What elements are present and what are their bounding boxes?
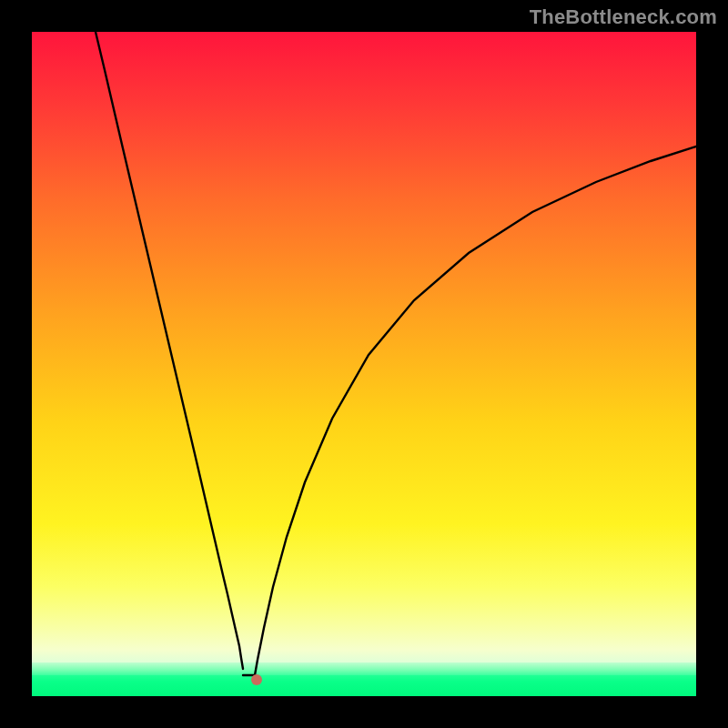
curve-svg [32, 32, 696, 696]
curve-right-branch [255, 147, 696, 675]
trough-marker [251, 674, 262, 685]
plot-area [32, 32, 696, 696]
watermark-text: TheBottleneck.com [530, 5, 717, 29]
curve-left-branch [96, 32, 243, 669]
chart-frame: TheBottleneck.com [0, 0, 728, 728]
